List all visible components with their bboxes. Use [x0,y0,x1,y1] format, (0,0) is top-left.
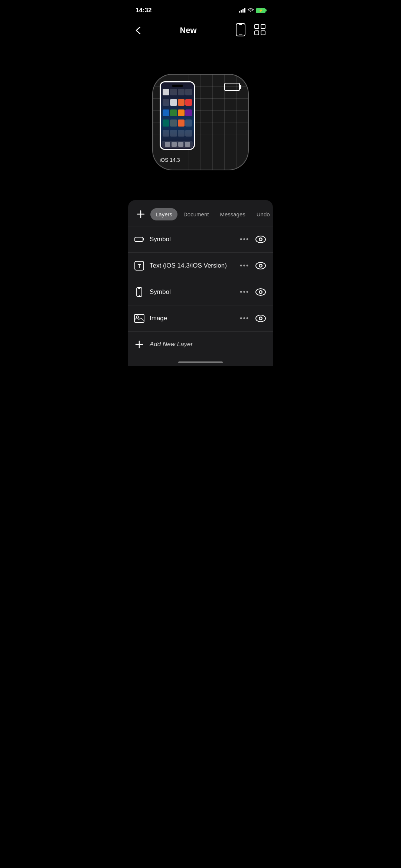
layer-more-button[interactable]: ••• [240,288,249,296]
app-icon-preview: iOS 14.3 [152,74,249,170]
layer-more-button[interactable]: ••• [240,236,249,243]
add-tab-button[interactable] [134,207,147,221]
layer-actions: ••• [240,312,267,325]
svg-point-11 [260,239,262,240]
svg-point-19 [139,295,140,296]
layer-more-button[interactable]: ••• [240,315,249,322]
layer-actions: ••• [240,286,267,298]
layer-item[interactable]: Symbol ••• [128,226,273,253]
svg-point-16 [260,265,262,267]
canvas-area: iOS 14.3 [128,44,273,200]
layer-text-icon: T [134,261,144,271]
tab-layers[interactable]: Layers [150,208,177,220]
layer-visibility-button[interactable] [254,259,267,272]
phone-mockup [160,81,195,150]
svg-point-22 [260,291,262,293]
svg-rect-7 [135,237,143,242]
svg-rect-3 [255,24,259,29]
layer-name: Symbol [150,288,235,296]
battery-symbol-layer [224,83,240,91]
back-button[interactable] [134,25,142,36]
home-indicator [128,357,273,366]
nav-actions [234,22,267,39]
layer-battery-icon [134,234,144,245]
tab-document[interactable]: Document [178,208,214,220]
svg-rect-18 [138,288,140,289]
add-new-layer-button[interactable]: Add New Layer [128,332,273,357]
layer-visibility-button[interactable] [254,312,267,325]
layer-name: Text (iOS 14.3/iOS Version) [150,262,235,269]
wifi-icon [248,7,254,13]
svg-rect-0 [236,23,245,36]
tab-undo[interactable]: Undo [251,208,273,220]
svg-rect-1 [239,24,242,25]
nav-bar: New [128,19,273,44]
layer-item[interactable]: Image ••• [128,305,273,332]
home-bar [178,361,223,363]
tab-bar: Layers Document Messages Undo Edit [128,202,273,226]
bottom-panel: Layers Document Messages Undo Edit Symbo… [128,200,273,366]
svg-rect-8 [143,238,144,240]
layer-image-icon [134,313,144,324]
battery-icon: ⚡ [256,8,265,13]
add-layer-label: Add New Layer [150,341,193,348]
layer-visibility-button[interactable] [254,233,267,246]
layer-name: Symbol [150,236,235,243]
phone-preview-icon[interactable] [234,22,247,39]
svg-rect-5 [255,31,259,35]
layers-list: Symbol ••• T Text (iOS 1 [128,226,273,357]
layer-more-button[interactable]: ••• [240,262,249,270]
layer-phone-icon [134,287,144,297]
signal-icon [239,8,245,13]
layer-item[interactable]: T Text (iOS 14.3/iOS Version) ••• [128,253,273,279]
svg-rect-2 [239,35,242,35]
add-layer-plus-icon [134,339,144,350]
layer-actions: ••• [240,233,267,246]
tab-messages[interactable]: Messages [215,208,250,220]
status-time: 14:32 [136,7,151,14]
svg-text:T: T [138,263,141,269]
svg-point-27 [260,318,262,320]
layer-item[interactable]: Symbol ••• [128,279,273,305]
layer-actions: ••• [240,259,267,272]
ios-version-label: iOS 14.3 [160,157,180,163]
status-bar: 14:32 ⚡ [128,0,273,19]
svg-rect-4 [261,24,265,29]
page-title: New [142,26,234,35]
tab-pills: Layers Document Messages Undo [150,208,273,220]
svg-rect-6 [261,31,265,35]
grid-layout-icon[interactable] [253,23,267,38]
status-icons: ⚡ [239,7,265,13]
layer-name: Image [150,315,235,322]
layer-visibility-button[interactable] [254,286,267,298]
